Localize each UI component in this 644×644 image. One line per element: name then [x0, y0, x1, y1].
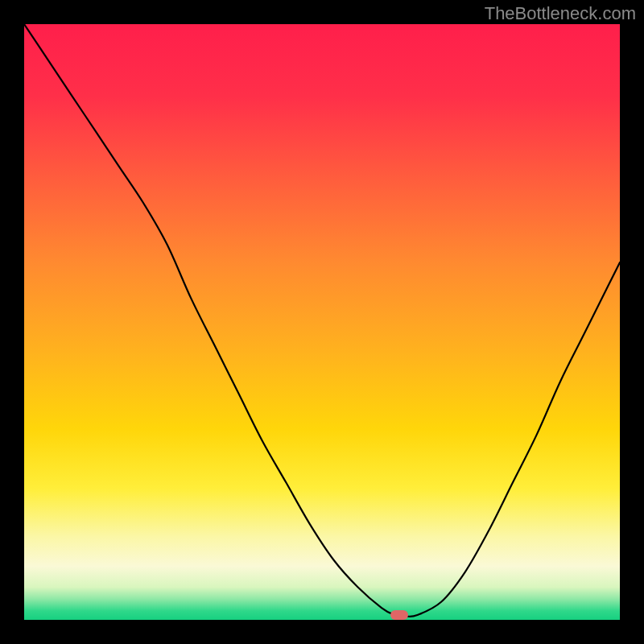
watermark-text: TheBottleneck.com: [485, 3, 636, 24]
svg-rect-0: [24, 24, 620, 620]
optimal-point-marker: [390, 610, 408, 620]
chart-frame: TheBottleneck.com: [0, 0, 644, 644]
plot-area: [24, 24, 620, 620]
background-gradient: [24, 24, 620, 620]
